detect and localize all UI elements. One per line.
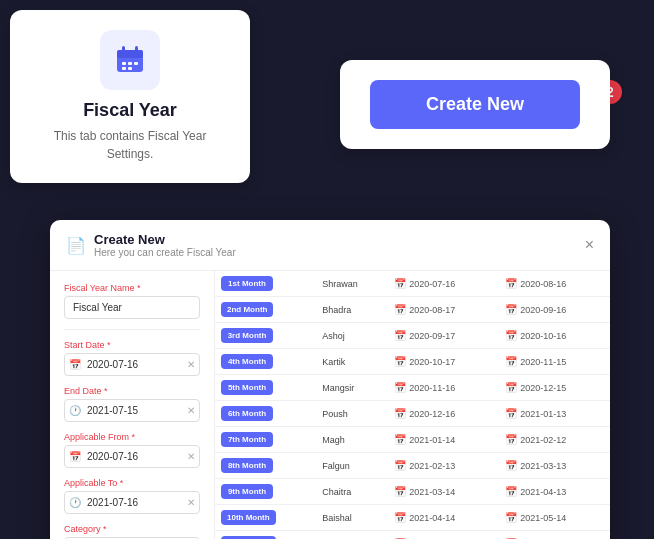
month-end-date: 2021-01-13	[520, 409, 566, 419]
month-row: 10th Month Baishal 📅 2021-04-14 📅 2021-0…	[215, 505, 610, 531]
month-end-date: 2020-08-16	[520, 279, 566, 289]
start-date-cal-icon: 📅	[69, 359, 81, 370]
month-name-cell: Mangsir	[316, 375, 388, 401]
month-button-cell[interactable]: 9th Month	[215, 479, 316, 505]
month-name-cell: Kartik	[316, 349, 388, 375]
create-new-button[interactable]: Create New	[370, 80, 580, 129]
month-row: 2nd Month Bhadra 📅 2020-08-17 📅 2020-09-…	[215, 297, 610, 323]
applicable-to-input[interactable]	[64, 491, 200, 514]
end-date-cal-icon: 🕐	[69, 405, 81, 416]
month-start-date: 2020-07-16	[409, 279, 455, 289]
applicable-from-input[interactable]	[64, 445, 200, 468]
modal-header: 📄 Create New Here you can create Fiscal …	[50, 220, 610, 271]
month-start-cal-icon: 📅	[394, 382, 406, 393]
month-end-cell: 📅 2020-11-15	[499, 349, 610, 375]
create-new-card: Create New	[340, 60, 610, 149]
month-button-cell[interactable]: 7th Month	[215, 427, 316, 453]
category-label: Category *	[64, 524, 200, 534]
month-row: 4th Month Kartik 📅 2020-10-17 📅 2020-11-…	[215, 349, 610, 375]
applicable-to-wrap: 🕐 ✕	[64, 491, 200, 514]
start-date-input[interactable]	[64, 353, 200, 376]
modal-title-group: Create New Here you can create Fiscal Ye…	[94, 232, 236, 258]
month-start-cell: 📅 2021-03-14	[388, 479, 499, 505]
month-button[interactable]: 1st Month	[221, 276, 273, 291]
modal-form-left: Fiscal Year Name * Start Date * 📅 ✕	[50, 271, 215, 539]
month-end-date: 2021-04-13	[520, 487, 566, 497]
month-row: 8th Month Falgun 📅 2021-02-13 📅 2021-03-…	[215, 453, 610, 479]
modal-subtitle: Here you can create Fiscal Year	[94, 247, 236, 258]
month-start-date: 2020-12-16	[409, 409, 455, 419]
month-end-cell: 📅 2021-03-13	[499, 453, 610, 479]
month-button[interactable]: 3rd Month	[221, 328, 273, 343]
modal-body: Fiscal Year Name * Start Date * 📅 ✕	[50, 271, 610, 539]
applicable-to-label: Applicable To *	[64, 478, 200, 488]
modal-months-panel: 1st Month Shrawan 📅 2020-07-16 📅 2020-08…	[215, 271, 610, 539]
month-name-cell: Jestha	[316, 531, 388, 540]
end-date-clear-icon[interactable]: ✕	[187, 405, 195, 416]
applicable-from-wrap: 📅 ✕	[64, 445, 200, 468]
month-end-cell: 📅 2021-04-13	[499, 479, 610, 505]
month-end-cal-icon: 📅	[505, 512, 517, 523]
month-end-date: 2021-02-12	[520, 435, 566, 445]
month-end-cal-icon: 📅	[505, 304, 517, 315]
month-start-cal-icon: 📅	[394, 486, 406, 497]
start-date-clear-icon[interactable]: ✕	[187, 359, 195, 370]
month-end-date: 2020-09-16	[520, 305, 566, 315]
month-name-cell: Bhadra	[316, 297, 388, 323]
month-name-cell: Magh	[316, 427, 388, 453]
month-button-cell[interactable]: 8th Month	[215, 453, 316, 479]
month-button-cell[interactable]: 4th Month	[215, 349, 316, 375]
month-start-date: 2021-02-13	[409, 461, 455, 471]
month-start-cal-icon: 📅	[394, 434, 406, 445]
month-start-date: 2020-08-17	[409, 305, 455, 315]
month-button-cell[interactable]: 10th Month	[215, 505, 316, 531]
modal-close-button[interactable]: ×	[585, 236, 594, 254]
month-name-cell: Shrawan	[316, 271, 388, 297]
month-start-cal-icon: 📅	[394, 304, 406, 315]
fiscal-year-name-label: Fiscal Year Name *	[64, 283, 200, 293]
month-start-date: 2020-10-17	[409, 357, 455, 367]
create-fiscal-year-modal: 📄 Create New Here you can create Fiscal …	[50, 220, 610, 539]
month-row: 3rd Month Ashoj 📅 2020-09-17 📅 2020-10-1…	[215, 323, 610, 349]
calendar-icon	[100, 30, 160, 90]
month-start-cell: 📅 2020-12-16	[388, 401, 499, 427]
applicable-from-label: Applicable From *	[64, 432, 200, 442]
month-button[interactable]: 9th Month	[221, 484, 273, 499]
month-button[interactable]: 4th Month	[221, 354, 273, 369]
month-button[interactable]: 8th Month	[221, 458, 273, 473]
month-end-cal-icon: 📅	[505, 460, 517, 471]
calendar-svg	[114, 44, 146, 76]
fiscal-year-name-input[interactable]	[64, 296, 200, 319]
month-name-cell: Chaitra	[316, 479, 388, 505]
applicable-to-clear-icon[interactable]: ✕	[187, 497, 195, 508]
month-button[interactable]: 6th Month	[221, 406, 273, 421]
month-button-cell[interactable]: 1st Month	[215, 271, 316, 297]
month-button-cell[interactable]: 3rd Month	[215, 323, 316, 349]
month-button-cell[interactable]: 2nd Month	[215, 297, 316, 323]
end-date-input[interactable]	[64, 399, 200, 422]
month-start-cal-icon: 📅	[394, 278, 406, 289]
month-button[interactable]: 5th Month	[221, 380, 273, 395]
month-start-cell: 📅 2021-04-14	[388, 505, 499, 531]
month-end-date: 2021-05-14	[520, 513, 566, 523]
month-start-cal-icon: 📅	[394, 408, 406, 419]
month-button-cell[interactable]: 6th Month	[215, 401, 316, 427]
start-date-group: Start Date * 📅 ✕	[64, 340, 200, 376]
month-button[interactable]: 2nd Month	[221, 302, 273, 317]
month-button-cell[interactable]: 11th Month	[215, 531, 316, 540]
svg-rect-1	[117, 50, 143, 58]
svg-rect-6	[134, 62, 138, 65]
month-start-date: 2020-09-17	[409, 331, 455, 341]
month-name-cell: Ashoj	[316, 323, 388, 349]
month-button[interactable]: 10th Month	[221, 510, 276, 525]
start-date-wrap: 📅 ✕	[64, 353, 200, 376]
svg-rect-8	[128, 67, 132, 70]
month-end-cal-icon: 📅	[505, 434, 517, 445]
month-button-cell[interactable]: 5th Month	[215, 375, 316, 401]
month-start-date: 2021-01-14	[409, 435, 455, 445]
month-button[interactable]: 7th Month	[221, 432, 273, 447]
month-end-cell: 📅 2021-02-12	[499, 427, 610, 453]
month-end-cell: 📅 2021-05-14	[499, 505, 610, 531]
month-end-cal-icon: 📅	[505, 356, 517, 367]
applicable-from-clear-icon[interactable]: ✕	[187, 451, 195, 462]
